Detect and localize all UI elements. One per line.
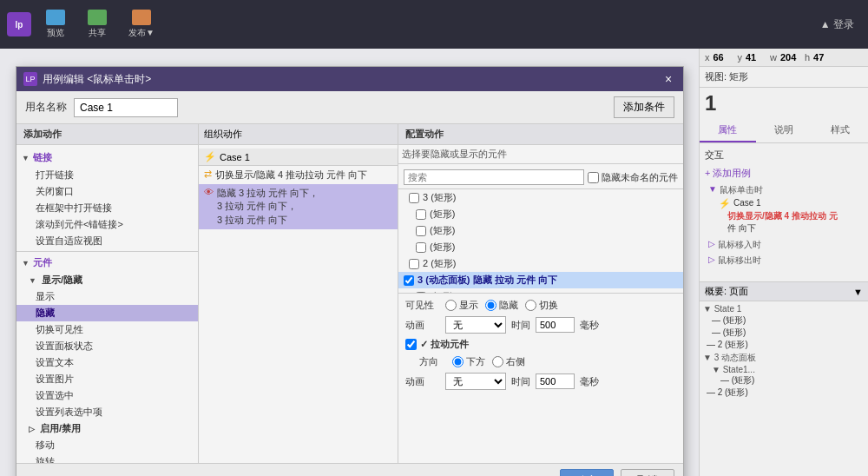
- action-show[interactable]: 显示: [16, 288, 198, 305]
- time2-input[interactable]: [536, 374, 575, 389]
- filter-icon[interactable]: ▼: [853, 287, 863, 297]
- add-case-button[interactable]: + 添加用例: [705, 165, 863, 182]
- config-bottom: 可见性 显示 隐藏 切换: [398, 294, 683, 400]
- action-move[interactable]: 移动: [16, 437, 198, 453]
- anim2-label: 动画: [405, 375, 440, 388]
- visibility-row: 可见性 显示 隐藏 切换: [405, 299, 676, 312]
- mouse-leave-label: 鼠标移出时: [718, 255, 761, 267]
- action-set-image[interactable]: 设置图片: [16, 371, 198, 387]
- preview-btn[interactable]: 预览: [38, 6, 73, 43]
- dialog-footer: 确定 取消: [16, 463, 683, 476]
- action-highlight: 切换显示/隐藏 4 推动拉动 元: [727, 211, 838, 221]
- links-triangle: ▼: [22, 154, 30, 162]
- elem-checkbox-3[interactable]: [416, 242, 426, 253]
- action-scroll-to[interactable]: 滚动到元件<锚链接>: [16, 216, 198, 233]
- dialog-title: 用例编辑 <鼠标单击时>: [43, 72, 151, 87]
- drag-label: ✓ 拉动元件: [420, 338, 469, 351]
- share-icon: [88, 10, 107, 25]
- big-number: 1: [700, 88, 868, 119]
- top-toolbar: lp 预览 共享 发布▼ ▲ 登录: [0, 0, 868, 49]
- shape-label: 视图: 矩形: [700, 67, 868, 88]
- elem-checkbox-2[interactable]: [416, 226, 426, 236]
- action-toggle-visibility[interactable]: 切换可见性: [16, 321, 198, 338]
- dialog-columns: 添加动作 ▼ 链接 打开链接 关闭窗口 在框架中打开链接 滚动到元件<锚链接> …: [16, 124, 683, 463]
- middle-action2-text: 隐藏 3 拉动 元件 向下，3 拉动 元件 向下，3 拉动 元件 向下: [217, 187, 319, 227]
- elem-item-2[interactable]: (矩形): [398, 222, 683, 239]
- elem-checkbox-5[interactable]: [404, 275, 414, 286]
- ok-button[interactable]: 确定: [560, 469, 614, 476]
- publish-btn[interactable]: 发布▼: [122, 6, 161, 43]
- elem-label-0: 3 (矩形): [423, 191, 457, 204]
- enable-disable[interactable]: ▷ 启用/禁用: [16, 420, 198, 437]
- anim-label: 动画: [405, 319, 440, 332]
- action-set-panel-state[interactable]: 设置面板状态: [16, 338, 198, 354]
- action-close-window[interactable]: 关闭窗口: [16, 183, 198, 200]
- w-label: w: [770, 52, 777, 63]
- tab-style[interactable]: 样式: [812, 119, 868, 142]
- action-open-link[interactable]: 打开链接: [16, 167, 198, 183]
- action-hide[interactable]: 隐藏: [16, 305, 198, 321]
- show-hide-subsection[interactable]: ▼ 显示/隐藏: [16, 272, 198, 288]
- direction-down-radio[interactable]: [452, 356, 464, 367]
- action-open-in-frame[interactable]: 在框架中打开链接: [16, 200, 198, 216]
- middle-action1[interactable]: ⇄ 切换显示/隐藏 4 推动拉动 元件 向下: [199, 166, 398, 184]
- elem-item-3[interactable]: (矩形): [398, 239, 683, 255]
- visibility-show-option[interactable]: 显示: [445, 299, 478, 312]
- elem-checkbox-4[interactable]: [409, 259, 419, 269]
- direction-right-option[interactable]: 右侧: [492, 355, 525, 368]
- elem-checkbox-1[interactable]: [416, 209, 426, 220]
- select-hint: 选择要隐藏或显示的元件: [398, 145, 683, 164]
- enable-triangle: ▷: [29, 425, 35, 433]
- action-set-list-selected[interactable]: 设置列表选中项: [16, 404, 198, 420]
- action-set-selected[interactable]: 设置选中: [16, 387, 198, 404]
- overview-bar: 概要: 页面 ▼: [700, 282, 868, 301]
- component-label: 元件: [33, 256, 52, 269]
- elem-checkbox-0[interactable]: [409, 193, 419, 203]
- elem-label-1: (矩形): [430, 208, 455, 221]
- share-btn[interactable]: 共享: [80, 6, 115, 43]
- links-section[interactable]: ▼ 链接: [16, 149, 198, 167]
- case-tree: ▼ 鼠标单击时 ⚡ Case 1 切换显示/隐藏 4 推动拉动 元 件 向下 ▷…: [705, 182, 863, 269]
- action-set-text[interactable]: 设置文本: [16, 354, 198, 371]
- dialog-title-icon: LP: [23, 72, 37, 86]
- elem-item-5[interactable]: 3 (动态面板) 隐藏 拉动 元件 向下: [398, 272, 683, 288]
- hide-unnamed-checkbox[interactable]: [588, 172, 599, 183]
- props-tabs: 属性 说明 样式: [700, 119, 868, 143]
- element-search-input[interactable]: [404, 169, 584, 185]
- action-rotate[interactable]: 旋转: [16, 453, 198, 463]
- mouse-enter-trigger: ▷ 鼠标移入时: [708, 238, 859, 252]
- login-button[interactable]: ▲ 登录: [813, 14, 861, 36]
- time-input[interactable]: [536, 317, 575, 333]
- right-panel: x 66 y 41 w 204 h 47 视图: 矩形 1 属性 说明 样式 交…: [699, 49, 868, 476]
- dialog-close-button[interactable]: ×: [661, 71, 676, 87]
- tab-properties[interactable]: 属性: [700, 119, 756, 142]
- visibility-toggle-radio[interactable]: [525, 300, 536, 311]
- animation2-row: 动画 无 时间 毫秒: [405, 373, 676, 390]
- action-adaptive-view[interactable]: 设置自适应视图: [16, 233, 198, 249]
- case-name-input[interactable]: [74, 98, 178, 117]
- case1-header-row: ⚡ Case 1: [199, 149, 398, 166]
- direction-right-radio[interactable]: [492, 356, 503, 367]
- hide-action-icon: 👁: [204, 187, 214, 197]
- visibility-toggle-option[interactable]: 切换: [525, 299, 558, 312]
- animation-select[interactable]: 无: [445, 316, 506, 334]
- organize-action-column: 组织动作 ⚡ Case 1 ⇄ 切换显示/隐藏 4 推动拉动 元件 向下 👁 隐…: [199, 124, 398, 463]
- elem-item-4[interactable]: 2 (矩形): [398, 255, 683, 272]
- hide-unnamed-row: 隐藏未命名的元件: [588, 171, 678, 184]
- visibility-show-radio[interactable]: [445, 300, 457, 311]
- visibility-hide-option[interactable]: 隐藏: [485, 299, 518, 312]
- animation2-select[interactable]: 无: [445, 373, 506, 390]
- cancel-button[interactable]: 取消: [621, 469, 674, 476]
- action-desc2: 件 向下: [727, 223, 756, 233]
- component-section[interactable]: ▼ 元件: [16, 254, 198, 272]
- elem-item-0[interactable]: 3 (矩形): [398, 189, 683, 206]
- drag-checkbox-row: ✓ 拉动元件: [405, 338, 676, 351]
- add-condition-button[interactable]: 添加条件: [614, 96, 674, 118]
- coord-bar: x 66 y 41 w 204 h 47: [700, 49, 868, 67]
- elem-item-1[interactable]: (矩形): [398, 206, 683, 222]
- direction-down-option[interactable]: 下方: [452, 355, 485, 368]
- middle-action2[interactable]: 👁 隐藏 3 拉动 元件 向下，3 拉动 元件 向下，3 拉动 元件 向下: [199, 184, 398, 229]
- visibility-hide-radio[interactable]: [485, 300, 496, 311]
- tab-description[interactable]: 说明: [756, 119, 812, 142]
- drag-checkbox[interactable]: [405, 339, 417, 350]
